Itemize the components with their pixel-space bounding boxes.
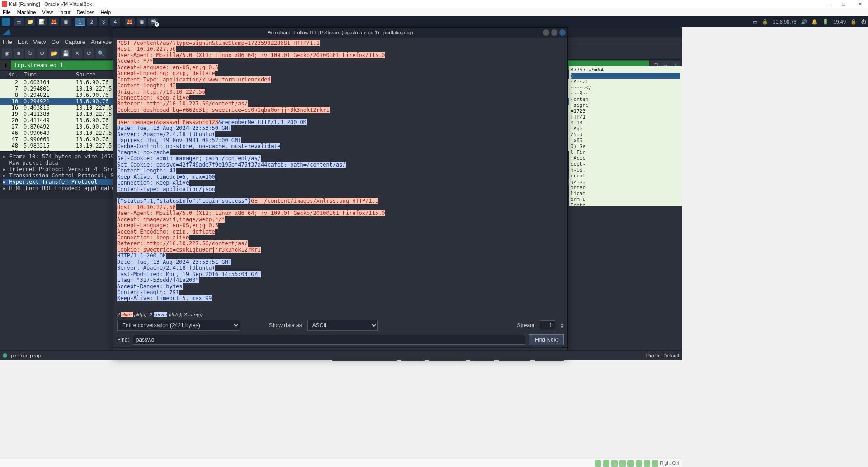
power-icon[interactable]: ⏻ <box>861 19 866 24</box>
hex-line: l Fir <box>571 149 680 155</box>
conversation-select[interactable]: Entire conversation (2421 bytes) <box>117 320 240 331</box>
display-indicator-icon[interactable] <box>636 460 642 467</box>
hex-line: onten <box>571 185 680 191</box>
hex-line: Conte <box>571 202 680 206</box>
col-header-time[interactable]: Time <box>21 71 73 78</box>
stream-titlebar[interactable]: Wireshark · Follow HTTP Stream (tcp.stre… <box>113 28 567 38</box>
text-editor-icon[interactable]: 📝 <box>37 18 47 26</box>
menu-file[interactable]: File <box>3 10 11 15</box>
shared-indicator-icon[interactable] <box>627 460 634 467</box>
window-close-icon[interactable] <box>559 29 566 36</box>
col-header-no[interactable]: No. <box>0 71 21 78</box>
menu-machine[interactable]: Machine <box>17 10 36 15</box>
capture-start-icon[interactable]: ◉ <box>2 48 12 58</box>
workspace-1[interactable]: 1 <box>75 18 85 26</box>
status-file: portfolio.pcap <box>11 353 41 358</box>
usb-indicator-icon[interactable] <box>619 460 626 467</box>
status-indicator-icon[interactable] <box>3 353 7 358</box>
menu-help[interactable]: Help <box>101 10 111 15</box>
show-as-select[interactable]: ASCII <box>307 320 378 331</box>
ws-menu-capture[interactable]: Capture <box>65 38 85 45</box>
menu-input[interactable]: Input <box>59 10 70 15</box>
stream-number-input[interactable] <box>540 320 555 330</box>
wireshark-fin-icon <box>3 29 11 35</box>
ip-address: 10.6.90.76 <box>773 19 796 24</box>
vpn-icon[interactable]: 🔒 <box>762 19 768 25</box>
workspace-4[interactable]: 4 <box>110 18 120 26</box>
hex-line: =1723 <box>571 108 680 114</box>
http-response-1[interactable]: HTTP/1.1 200 OK Date: Tue, 13 Aug 2024 2… <box>117 119 346 205</box>
http-request-2[interactable]: GET /content/images/xmlrss.png HTTP/1.1 … <box>117 198 385 253</box>
show-desktop-icon[interactable]: ▭ <box>14 18 24 26</box>
stream-down-icon[interactable]: ▼ <box>561 325 564 329</box>
find-packet-icon[interactable]: 🔍 <box>96 48 106 58</box>
hex-line: ccept <box>571 173 680 179</box>
packet-bytes-pane[interactable]: 37767 WS=64 ) ·A··ZL····.</···R····onten… <box>569 66 682 206</box>
capture-stop-icon[interactable]: ■ <box>14 48 24 58</box>
workspace-2[interactable]: 2 <box>87 18 97 26</box>
reload-icon[interactable]: ⟳ <box>84 48 94 58</box>
ws-menu-analyze[interactable]: Analyze <box>91 38 112 45</box>
hex-line: ·Acce <box>571 155 680 161</box>
net-indicator-icon[interactable] <box>611 460 618 467</box>
taskbar-firefox-icon[interactable]: 🦊 <box>125 18 135 26</box>
virtualbox-icon <box>2 1 7 7</box>
window-maximize-icon[interactable] <box>551 29 557 36</box>
wireshark-fin-icon <box>113 30 121 35</box>
hex-line: -Age <box>571 126 680 132</box>
clock[interactable]: 19:49 <box>833 19 846 24</box>
firefox-icon[interactable]: 🦊 <box>49 18 59 26</box>
taskbar-terminal-icon[interactable]: ▣ <box>137 18 146 26</box>
http-request-1[interactable]: POST /content/as/?type=signin&timeStamp=… <box>117 40 385 125</box>
hex-line: 0.10. <box>571 120 680 126</box>
menu-devices[interactable]: Devices <box>76 10 94 15</box>
hex-line: ·A··ZL <box>571 79 680 85</box>
virtualbox-menubar: File Machine View Input Devices Help <box>0 8 868 16</box>
follow-stream-dialog: Wireshark · Follow HTTP Stream (tcp.stre… <box>113 27 568 357</box>
ws-menu-go[interactable]: Go <box>51 38 59 45</box>
capture-restart-icon[interactable]: ↻ <box>25 48 35 58</box>
lock-icon[interactable]: 🔒 <box>850 19 857 25</box>
menu-view[interactable]: View <box>42 10 53 15</box>
record-indicator-icon[interactable] <box>644 460 650 467</box>
hex-line: /5.0 <box>571 132 680 138</box>
file-manager-icon[interactable]: 📁 <box>25 18 35 26</box>
cpu-indicator-icon[interactable] <box>652 460 658 467</box>
save-file-icon[interactable]: 💾 <box>61 48 71 58</box>
cd-indicator-icon[interactable] <box>603 460 609 467</box>
volume-icon[interactable]: 🔊 <box>801 19 807 25</box>
hex-line: ·onten <box>571 96 680 102</box>
terminal-icon[interactable]: ▣ <box>61 18 71 26</box>
bookmark-filter-icon[interactable]: ▮ <box>2 62 9 69</box>
stream-content[interactable]: POST /content/as/?type=signin&timeStamp=… <box>113 38 567 311</box>
ws-menu-file[interactable]: File <box>3 38 12 45</box>
stream-label: Stream <box>517 322 534 329</box>
notification-icon[interactable]: 🔔 <box>811 19 818 25</box>
screen-icon[interactable]: ▭ <box>753 19 757 25</box>
kali-menu-icon[interactable] <box>2 18 10 26</box>
window-minimize-icon[interactable] <box>543 29 549 36</box>
http-response-2[interactable]: HTTP/1.1 200 OK Date: Tue, 13 Aug 2024 2… <box>117 253 261 301</box>
hex-line: licat <box>571 191 680 196</box>
capture-options-icon[interactable]: ⚙ <box>37 48 47 58</box>
close-button[interactable]: ✕ <box>854 1 866 7</box>
status-profile[interactable]: Profile: Default <box>646 353 679 358</box>
maximize-button[interactable]: □ <box>837 1 850 7</box>
workspace-3[interactable]: 3 <box>99 18 108 26</box>
ws-menu-edit[interactable]: Edit <box>18 38 28 45</box>
hex-line: gzip, <box>571 179 680 185</box>
minimize-button[interactable]: — <box>821 1 834 7</box>
ws-menu-view[interactable]: View <box>33 38 46 45</box>
close-file-icon[interactable]: ✕ <box>72 48 82 58</box>
host-key-label: Right Ctrl <box>660 461 679 466</box>
hex-line: n-US, <box>571 167 680 173</box>
battery-icon[interactable]: 🔋 <box>822 19 829 25</box>
hd-indicator-icon[interactable] <box>595 460 601 467</box>
find-next-button[interactable]: Find Next <box>529 334 564 345</box>
open-file-icon[interactable]: 📂 <box>49 48 59 58</box>
hex-line: orm-u <box>571 196 680 202</box>
taskbar-wireshark-icon[interactable]: 🦈2 <box>148 18 158 26</box>
stream-up-icon[interactable]: ▲ <box>561 322 564 325</box>
find-input[interactable] <box>133 335 525 345</box>
hex-line: x86_ <box>571 138 680 143</box>
